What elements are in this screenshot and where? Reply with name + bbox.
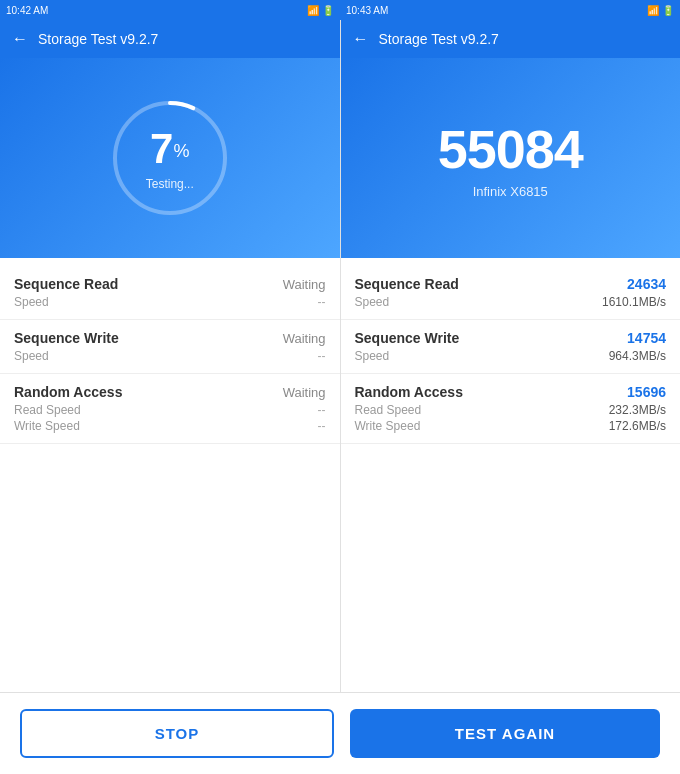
metric-random-left: Random Access Waiting Read Speed -- Writ… [0, 374, 340, 444]
seq-read-right-score: 24634 [627, 276, 666, 292]
icons-right: 📶 🔋 [647, 5, 674, 16]
score-device: Infinix X6815 [438, 184, 583, 199]
random-title: Random Access [14, 384, 122, 400]
metric-random-right: Random Access 15696 Read Speed 232.3MB/s… [341, 374, 681, 444]
time-left: 10:42 AM [6, 5, 48, 16]
random-status: Waiting [283, 385, 326, 400]
seq-read-right-title: Sequence Read [355, 276, 459, 292]
random-write-label: Write Speed [14, 419, 80, 433]
back-arrow-right[interactable]: ← [353, 30, 369, 48]
metric-seq-write-header: Sequence Write Waiting [14, 330, 326, 346]
seq-read-status: Waiting [283, 277, 326, 292]
title-left: Storage Test v9.2.7 [38, 31, 158, 47]
header-right: ← Storage Test v9.2.7 [341, 20, 681, 58]
seq-read-right-sublabel: Speed [355, 295, 390, 309]
random-right-write-row: Write Speed 172.6MB/s [355, 419, 667, 433]
random-write-value: -- [318, 419, 326, 433]
score-display: 55084 Infinix X6815 [438, 118, 583, 199]
random-read-label: Read Speed [14, 403, 81, 417]
hero-left: 7% Testing... [0, 58, 340, 258]
status-bars: 10:42 AM 📶 🔋 10:43 AM 📶 🔋 [0, 0, 680, 20]
percent-display: 7% [146, 125, 194, 173]
title-right: Storage Test v9.2.7 [379, 31, 499, 47]
percent-value: 7 [150, 125, 173, 172]
random-right-write-label: Write Speed [355, 419, 421, 433]
seq-read-value: -- [318, 295, 326, 309]
testing-label: Testing... [146, 177, 194, 191]
seq-write-sublabel: Speed [14, 349, 49, 363]
score-number: 55084 [438, 118, 583, 180]
panel-left: ← Storage Test v9.2.7 7% Testing... [0, 20, 341, 692]
back-arrow-left[interactable]: ← [12, 30, 28, 48]
seq-write-right-row: Speed 964.3MB/s [355, 349, 667, 363]
seq-write-row: Speed -- [14, 349, 326, 363]
metric-seq-read-right-header: Sequence Read 24634 [355, 276, 667, 292]
status-bar-left: 10:42 AM 📶 🔋 [0, 0, 340, 20]
progress-circle: 7% Testing... [105, 93, 235, 223]
metric-seq-write-right: Sequence Write 14754 Speed 964.3MB/s [341, 320, 681, 374]
random-right-read-row: Read Speed 232.3MB/s [355, 403, 667, 417]
random-right-score: 15696 [627, 384, 666, 400]
metric-seq-read-header: Sequence Read Waiting [14, 276, 326, 292]
seq-read-title: Sequence Read [14, 276, 118, 292]
hero-right: 55084 Infinix X6815 [341, 58, 681, 258]
seq-write-right-sublabel: Speed [355, 349, 390, 363]
metric-seq-write-left: Sequence Write Waiting Speed -- [0, 320, 340, 374]
metric-seq-write-right-header: Sequence Write 14754 [355, 330, 667, 346]
seq-write-status: Waiting [283, 331, 326, 346]
metrics-left: Sequence Read Waiting Speed -- Sequence … [0, 258, 340, 692]
seq-read-right-row: Speed 1610.1MB/s [355, 295, 667, 309]
seq-write-right-title: Sequence Write [355, 330, 460, 346]
main-container: ← Storage Test v9.2.7 7% Testing... [0, 20, 680, 692]
random-read-value: -- [318, 403, 326, 417]
random-right-title: Random Access [355, 384, 463, 400]
bottom-area: STOP TEST AGAIN [0, 692, 680, 774]
time-right: 10:43 AM [346, 5, 388, 16]
metric-random-header: Random Access Waiting [14, 384, 326, 400]
panel-right: ← Storage Test v9.2.7 55084 Infinix X681… [341, 20, 681, 692]
icons-left: 📶 🔋 [307, 5, 334, 16]
random-right-read-value: 232.3MB/s [609, 403, 666, 417]
status-bar-right: 10:43 AM 📶 🔋 [340, 0, 680, 20]
header-left: ← Storage Test v9.2.7 [0, 20, 340, 58]
circle-content: 7% Testing... [146, 125, 194, 191]
metric-random-right-header: Random Access 15696 [355, 384, 667, 400]
seq-write-title: Sequence Write [14, 330, 119, 346]
seq-write-right-value: 964.3MB/s [609, 349, 666, 363]
seq-write-value: -- [318, 349, 326, 363]
metrics-right: Sequence Read 24634 Speed 1610.1MB/s Seq… [341, 258, 681, 692]
metric-seq-read-left: Sequence Read Waiting Speed -- [0, 266, 340, 320]
seq-read-sublabel: Speed [14, 295, 49, 309]
test-again-button[interactable]: TEST AGAIN [350, 709, 660, 758]
percent-sign: % [173, 141, 189, 161]
random-read-row: Read Speed -- [14, 403, 326, 417]
random-write-row: Write Speed -- [14, 419, 326, 433]
seq-write-right-score: 14754 [627, 330, 666, 346]
stop-button[interactable]: STOP [20, 709, 334, 758]
seq-read-row: Speed -- [14, 295, 326, 309]
random-right-write-value: 172.6MB/s [609, 419, 666, 433]
random-right-read-label: Read Speed [355, 403, 422, 417]
metric-seq-read-right: Sequence Read 24634 Speed 1610.1MB/s [341, 266, 681, 320]
seq-read-right-value: 1610.1MB/s [602, 295, 666, 309]
